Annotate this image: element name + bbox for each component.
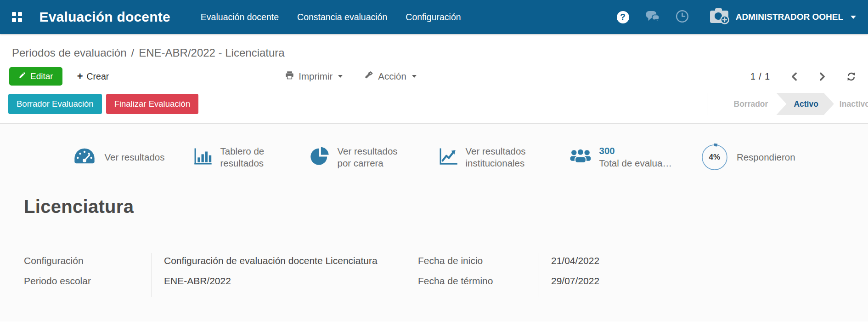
menu-item-constancia-evaluacion[interactable]: Constancia evaluación [297, 12, 387, 23]
field-value-configuracion: Configuración de evaluación docente Lice… [164, 254, 418, 268]
wrench-icon [365, 71, 373, 82]
pager-next-button[interactable] [818, 72, 826, 81]
field-label-periodo-escolar: Periodo escolar [24, 274, 152, 288]
navbar-systray: ? [617, 7, 856, 27]
view-results-button[interactable]: Ver resultados [73, 146, 164, 169]
pager-previous-button[interactable] [790, 72, 798, 81]
pager-value: 1 / 1 [750, 71, 770, 82]
field-group-right: Fecha de inicio Fecha de término 21/04/2… [418, 253, 712, 297]
breadcrumb-current: ENE-ABR/2022 - Licenciatura [139, 46, 284, 59]
edit-button-label: Editar [30, 71, 53, 81]
draft-evaluation-button[interactable]: Borrador Evaluación [8, 94, 102, 114]
pager: 1 / 1 [750, 71, 856, 82]
app-brand-title[interactable]: Evaluación docente [39, 9, 170, 25]
results-by-career-button[interactable]: Ver resultados por carrera [310, 145, 410, 169]
record-title: Licenciatura [24, 196, 868, 217]
user-menu[interactable]: ADMINISTRADOR OOHEL [709, 7, 856, 27]
avatar-camera-icon [709, 7, 730, 27]
smart-button-label: Ver resultados por carrera [338, 145, 410, 169]
statusbar-row: Borrador Evaluación Finalizar Evaluación… [0, 93, 868, 123]
bar-chart-icon [193, 147, 213, 168]
stage-borrador[interactable]: Borrador [727, 99, 776, 109]
menu-item-evaluacion-docente[interactable]: Evaluación docente [201, 12, 279, 23]
user-name: ADMINISTRADOR OOHEL [736, 12, 843, 22]
field-value-fecha-termino: 29/07/2022 [551, 274, 712, 288]
progress-ring-icon: 4% [700, 143, 729, 172]
institutional-results-button[interactable]: Ver resultados institucionales [439, 145, 541, 169]
line-chart-icon [439, 147, 458, 168]
total-evaluations-value: 300 [599, 145, 672, 157]
action-dropdown-button[interactable]: Acción [365, 71, 417, 82]
responded-percentage: 4% [700, 143, 729, 172]
plus-icon: + [77, 71, 83, 81]
field-group-left: Configuración Periodo escolar Configurac… [24, 253, 418, 297]
edit-button[interactable]: Editar [9, 67, 62, 86]
smart-button-label: Tablero de resultados [220, 145, 281, 169]
breadcrumb-parent-link[interactable]: Periodos de evaluación [12, 46, 127, 59]
state-widget: Borrador Activo Inactivo [708, 93, 868, 115]
field-value-fecha-inicio: 21/04/2022 [551, 254, 712, 268]
evaluacion-docente-app: Evaluación docente Evaluación docente Co… [0, 0, 868, 333]
menu-item-configuracion[interactable]: Configuración [406, 12, 461, 23]
gauge-icon [73, 146, 96, 169]
refresh-button[interactable] [846, 72, 856, 81]
pie-chart-icon [310, 146, 330, 168]
print-dropdown-button[interactable]: Imprimir [285, 71, 343, 82]
field-label-configuracion: Configuración [24, 254, 152, 268]
total-evaluations-label: Total de evalua… [599, 157, 672, 170]
stage-activo[interactable]: Activo [776, 93, 834, 115]
chevron-left-icon [790, 72, 798, 81]
toolbar-dropdowns: Imprimir Acción [285, 71, 417, 82]
smart-button-label: Ver resultados institucionales [466, 145, 541, 169]
form-toolbar: Editar + Crear Imprimir [0, 66, 868, 93]
finalize-evaluation-button[interactable]: Finalizar Evaluación [106, 94, 199, 114]
main-menu: Evaluación docente Constancia evaluación… [201, 12, 461, 23]
refresh-icon [846, 72, 856, 81]
field-label-fecha-inicio: Fecha de inicio [418, 254, 539, 268]
stage-inactivo[interactable]: Inactivo [835, 99, 868, 109]
form-sheet: Ver resultados Tablero de resultados [0, 124, 868, 322]
action-dropdown-label: Acción [378, 71, 406, 82]
results-dashboard-button[interactable]: Tablero de resultados [193, 145, 281, 169]
field-label-fecha-termino: Fecha de término [418, 274, 539, 288]
activity-clock-icon[interactable] [675, 9, 689, 25]
apps-menu-icon[interactable] [12, 12, 22, 22]
top-navbar: Evaluación docente Evaluación docente Co… [0, 0, 868, 34]
total-evaluations-button[interactable]: 300 Total de evalua… [569, 145, 672, 169]
chevron-down-icon [851, 16, 856, 19]
printer-icon [285, 71, 294, 82]
help-icon[interactable]: ? [617, 11, 629, 23]
chevron-right-icon [818, 72, 826, 81]
chevron-down-icon [412, 75, 417, 78]
smart-buttons-row: Ver resultados Tablero de resultados [0, 124, 868, 172]
pencil-icon [18, 71, 26, 81]
messages-icon[interactable] [644, 10, 660, 24]
smart-button-label: Respondieron [737, 151, 795, 163]
field-value-periodo-escolar: ENE-ABR/2022 [164, 274, 418, 288]
create-button[interactable]: + Crear [77, 71, 109, 82]
field-groups: Configuración Periodo escolar Configurac… [24, 253, 868, 297]
users-icon [569, 148, 592, 167]
chevron-down-icon [338, 75, 343, 78]
responded-button[interactable]: 4% Respondieron [700, 143, 795, 172]
create-button-label: Crear [87, 71, 109, 82]
smart-button-label: Ver resultados [104, 151, 164, 163]
breadcrumb: Periodos de evaluación/ENE-ABR/2022 - Li… [0, 34, 868, 66]
breadcrumb-separator: / [131, 46, 135, 59]
print-dropdown-label: Imprimir [299, 71, 333, 82]
